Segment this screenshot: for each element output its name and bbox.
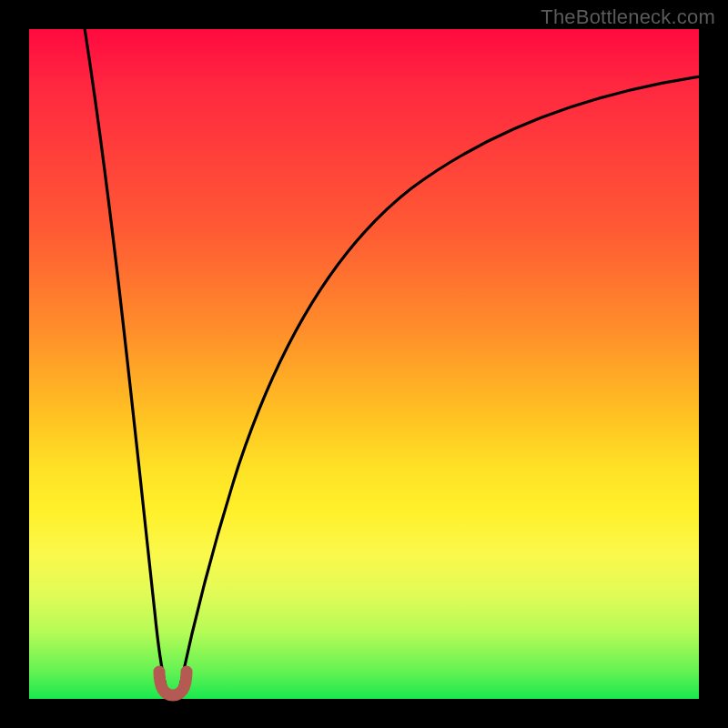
minimum-marker — [159, 672, 187, 695]
chart-frame: TheBottleneck.com — [0, 0, 728, 728]
bottleneck-curve — [29, 29, 699, 699]
curve-right-branch — [180, 76, 701, 686]
plot-area — [29, 29, 699, 699]
curve-left-branch — [82, 11, 166, 686]
watermark-text: TheBottleneck.com — [541, 5, 715, 29]
